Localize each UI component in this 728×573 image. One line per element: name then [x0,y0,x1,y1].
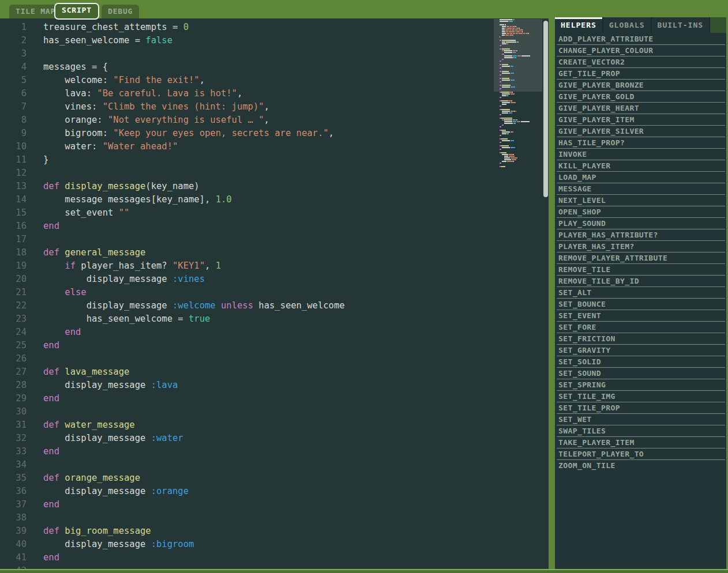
helper-list-item[interactable]: SWAP_TILES [557,425,725,437]
helper-list-item[interactable]: PLAY_SOUND [557,218,725,229]
helper-list-item[interactable]: GIVE_PLAYER_HEART [557,103,725,114]
helper-list-item[interactable]: PLAYER_HAS_ITEM? [557,241,725,252]
helper-list-item[interactable]: KILL_PLAYER [557,160,725,172]
helper-list-item[interactable]: SET_SOLID [557,356,725,368]
code-line[interactable]: 27def lava_message [0,365,549,379]
code-line[interactable]: 13def display_message(key_name) [0,180,549,193]
line-number: 38 [0,511,27,525]
bottom-accent-line [0,569,728,570]
helper-list-item[interactable]: PLAYER_HAS_ATTRIBUTE? [557,229,725,241]
script-editor[interactable]: 1treasure_chest_attempts = 02has_seen_we… [0,18,549,569]
code-line[interactable]: 4messages = { [0,61,549,74]
minimap[interactable] [500,19,541,168]
helper-list-item[interactable]: REMOVE_TILE_BY_ID [557,276,725,287]
code-line[interactable]: 37end [0,498,549,511]
code-line[interactable]: 34 [0,458,549,472]
helper-list-item[interactable]: ADD_PLAYER_ATTRIBUTE [557,33,725,45]
tab-script[interactable]: SCRIPT [54,3,99,20]
tab-debug[interactable]: DEBUG [102,5,139,18]
helper-list-item[interactable]: TAKE_PLAYER_ITEM [557,437,725,448]
code-line[interactable]: 20 display_message :vines [0,273,549,286]
helper-list-item[interactable]: SET_FORE [557,322,725,333]
helper-list-item[interactable]: OPEN_SHOP [557,206,725,218]
helper-list-item[interactable]: CHANGE_PLAYER_COLOUR [557,45,725,56]
code-line[interactable]: 8 orange: "Not everything is useful … ", [0,114,549,127]
code-line[interactable]: 12 [0,167,549,180]
helper-list-item[interactable]: TELEPORT_PLAYER_TO [557,448,725,460]
helper-list-item[interactable]: SET_GRAVITY [557,345,725,356]
helper-list-item[interactable]: LOAD_MAP [557,172,725,183]
helper-list-item[interactable]: SET_TILE_PROP [557,402,725,414]
panel-tab-helpers[interactable]: HELPERS [555,17,602,35]
scrollbar-thumb[interactable] [543,21,548,197]
code-line[interactable]: 11} [0,153,549,167]
code-line[interactable]: 33end [0,445,549,458]
code-text: water: "Water ahead!" [43,140,178,153]
code-line[interactable]: 38 [0,511,549,525]
line-number: 40 [0,538,27,551]
code-line[interactable]: 28 display_message :lava [0,379,549,392]
helper-list-item[interactable]: SET_FRICTION [557,333,725,345]
code-line[interactable]: 19 if player_has_item? "KEY1", 1 [0,259,549,273]
helper-list-item[interactable]: SET_TILE_IMG [557,391,725,402]
helper-list-item[interactable]: REMOVE_TILE [557,264,725,276]
code-line[interactable]: 23 has_seen_welcome = true [0,312,549,326]
code-text: display_message :bigroom [43,538,194,551]
code-line[interactable]: 39def big_room_message [0,525,549,538]
helper-list-item[interactable]: SET_SOUND [557,368,725,379]
helper-list-item[interactable]: SET_ALT [557,287,725,299]
code-line[interactable]: 7 vines: "Climb the vines (hint: jump)", [0,100,549,114]
editor-scrollbar[interactable] [543,18,549,569]
helper-list-item[interactable]: CREATE_VECTOR2 [557,56,725,68]
helper-list-item[interactable]: GET_TILE_PROP [557,68,725,80]
code-line[interactable]: 14 message messages[key_name], 1.0 [0,193,549,206]
code-line[interactable]: 2has_seen_welcome = false [0,34,549,47]
code-line[interactable]: 32 display_message :water [0,432,549,445]
code-line[interactable]: 40 display_message :bigroom [0,538,549,551]
code-area[interactable]: 1treasure_chest_attempts = 02has_seen_we… [0,18,549,569]
code-line[interactable]: 24 end [0,326,549,339]
helper-list-item[interactable]: GIVE_PLAYER_SILVER [557,126,725,137]
code-line[interactable]: 30 [0,405,549,419]
code-line[interactable]: 16end [0,220,549,233]
code-line[interactable]: 15 set_event "" [0,206,549,220]
code-line[interactable]: 42 [0,564,549,569]
panel-tab-built-ins[interactable]: BUILT-INS [651,17,709,33]
helper-list-item[interactable]: SET_BOUNCE [557,299,725,310]
code-line[interactable]: 6 lava: "Be careful. Lava is hot!", [0,87,549,100]
code-line[interactable]: 10 water: "Water ahead!" [0,140,549,153]
code-line[interactable]: 22 display_message :welcome unless has_s… [0,299,549,312]
line-number: 12 [0,167,27,180]
code-line[interactable]: 9 bigroom: "Keep your eyes open, secrets… [0,127,549,140]
helper-list-item[interactable]: GIVE_PLAYER_BRONZE [557,80,725,91]
code-line[interactable]: 3 [0,47,549,61]
code-line[interactable]: 26 [0,352,549,365]
code-line[interactable]: 21 else [0,286,549,299]
helper-list-item[interactable]: GIVE_PLAYER_ITEM [557,114,725,126]
helper-list-item[interactable]: SET_WET [557,414,725,425]
helper-list-item[interactable]: SET_EVENT [557,310,725,322]
code-text: vines: "Climb the vines (hint: jump)", [43,100,269,114]
code-line[interactable]: 18def general_message [0,246,549,259]
line-number: 21 [0,286,27,299]
helper-list-item[interactable]: ZOOM_ON_TILE [557,460,725,471]
code-line[interactable]: 36 display_message :orange [0,485,549,498]
code-line[interactable]: 41end [0,551,549,564]
helper-list-item[interactable]: MESSAGE [557,183,725,195]
code-text: display_message :lava [43,379,178,392]
line-number: 31 [0,419,27,432]
helper-list-item[interactable]: HAS_TILE_PROP? [557,137,725,149]
code-line[interactable]: 17 [0,233,549,246]
code-line[interactable]: 35def orange_message [0,472,549,485]
helper-list-item[interactable]: REMOVE_PLAYER_ATTRIBUTE [557,252,725,264]
helper-list-item[interactable]: GIVE_PLAYER_GOLD [557,91,725,103]
helper-list-item[interactable]: INVOKE [557,149,725,160]
helper-list-item[interactable]: SET_SPRING [557,379,725,391]
code-line[interactable]: 29end [0,392,549,405]
code-line[interactable]: 25end [0,339,549,352]
helper-list-item[interactable]: NEXT_LEVEL [557,195,725,206]
code-line[interactable]: 31def water_message [0,419,549,432]
panel-tab-globals[interactable]: GLOBALS [602,17,651,33]
code-line[interactable]: 5 welcome: "Find the exit!", [0,74,549,87]
code-line[interactable]: 1treasure_chest_attempts = 0 [0,21,549,34]
